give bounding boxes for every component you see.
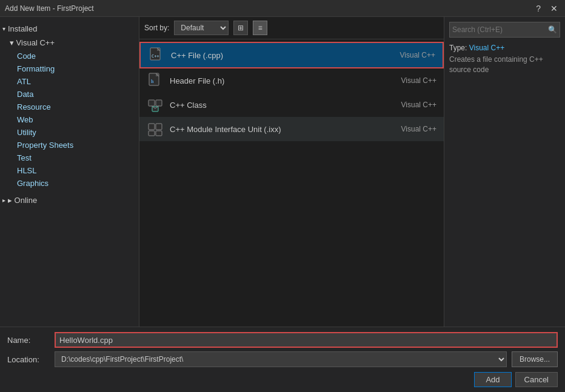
module-file-name: C++ Module Interface Unit (.ixx)	[170, 125, 382, 134]
svg-rect-9	[156, 100, 162, 106]
tree-item-property-sheets[interactable]: Property Sheets	[0, 139, 139, 151]
add-button[interactable]: Add	[474, 372, 511, 387]
module-file-icon	[147, 121, 164, 138]
name-input[interactable]	[55, 332, 558, 348]
file-list: C++ C++ File (.cpp) Visual C++ h	[139, 39, 444, 327]
file-item-module[interactable]: C++ Module Interface Unit (.ixx) Visual …	[139, 117, 444, 141]
file-item-header[interactable]: h Header File (.h) Visual C++	[139, 68, 444, 93]
location-row: Location: D:\codes\cpp\FirstProject\Firs…	[7, 351, 558, 367]
right-panel: 🔍 Type: Visual C++ Creates a file contai…	[444, 17, 565, 327]
visual-cpp-label: ▾ Visual C++	[10, 38, 55, 47]
tree-item-test[interactable]: Test	[0, 151, 139, 164]
bottom-bar: Name: Location: D:\codes\cpp\FirstProjec…	[0, 327, 565, 392]
class-file-type: Visual C++	[388, 101, 436, 109]
tree-item-utility[interactable]: Utility	[0, 126, 139, 139]
cpp-file-name: C++ File (.cpp)	[171, 51, 381, 60]
tree-item-data[interactable]: Data	[0, 88, 139, 101]
installed-arrow: ▾	[2, 25, 5, 32]
svg-rect-8	[149, 100, 155, 106]
search-icon: 🔍	[548, 25, 557, 34]
cancel-button[interactable]: Cancel	[515, 372, 558, 387]
help-button[interactable]: ?	[533, 4, 543, 13]
dialog-buttons: Add Cancel	[7, 372, 558, 387]
file-item-cpp[interactable]: C++ C++ File (.cpp) Visual C++	[139, 42, 444, 68]
search-box[interactable]: 🔍	[449, 22, 560, 38]
dialog-body: ▾ Installed ▾ Visual C++ Code Formatting…	[0, 17, 565, 392]
online-root[interactable]: ▸ ▸ Online	[0, 193, 139, 207]
class-file-icon	[147, 96, 164, 113]
svg-rect-13	[149, 124, 155, 130]
svg-rect-15	[149, 131, 155, 136]
browse-button[interactable]: Browse...	[512, 351, 558, 367]
grid-view-button[interactable]: ⊞	[233, 21, 248, 35]
cpp-file-type: Visual C++	[387, 51, 435, 59]
tree-item-graphics[interactable]: Graphics	[0, 177, 139, 190]
location-select[interactable]: D:\codes\cpp\FirstProject\FirstProject\	[55, 351, 507, 367]
tree-item-resource[interactable]: Resource	[0, 101, 139, 113]
toolbar-row: Sort by: Default ⊞ ≡	[139, 17, 444, 39]
header-file-icon: h	[147, 72, 164, 89]
cpp-file-icon: C++	[148, 47, 165, 64]
svg-text:C++: C++	[152, 54, 159, 59]
module-file-type: Visual C++	[388, 125, 436, 133]
grid-view-icon: ⊞	[238, 24, 244, 32]
type-label: Type: Visual C++	[449, 44, 560, 52]
online-arrow: ▸	[2, 197, 5, 204]
sort-by-select[interactable]: Default	[174, 21, 229, 35]
list-view-button[interactable]: ≡	[253, 21, 267, 35]
svg-text:h: h	[151, 79, 154, 84]
name-row: Name:	[7, 332, 558, 348]
file-item-class[interactable]: C++ Class Visual C++	[139, 93, 444, 117]
svg-rect-16	[156, 131, 162, 136]
tree-item-formatting[interactable]: Formatting	[0, 62, 139, 75]
header-file-type: Visual C++	[388, 76, 436, 85]
visual-cpp-root[interactable]: ▾ Visual C++	[0, 36, 139, 50]
online-label: ▸ Online	[8, 196, 37, 205]
name-label: Name:	[7, 336, 50, 345]
dialog-content: ▾ Installed ▾ Visual C++ Code Formatting…	[0, 17, 565, 327]
close-button[interactable]: ✕	[548, 4, 560, 13]
left-panel: ▾ Installed ▾ Visual C++ Code Formatting…	[0, 17, 139, 327]
center-panel: Sort by: Default ⊞ ≡	[139, 17, 444, 327]
type-value: Visual C++	[469, 44, 504, 52]
list-view-icon: ≡	[258, 24, 262, 32]
svg-rect-14	[156, 124, 162, 130]
installed-root[interactable]: ▾ Installed	[0, 22, 139, 36]
tree-item-web[interactable]: Web	[0, 113, 139, 126]
search-input[interactable]	[452, 25, 548, 34]
dialog-title: Add New Item - FirstProject	[5, 4, 94, 13]
type-description: Creates a file containing C++ source cod…	[449, 55, 560, 75]
sort-by-label: Sort by:	[144, 24, 169, 32]
tree-item-code[interactable]: Code	[0, 50, 139, 62]
tree-item-atl[interactable]: ATL	[0, 75, 139, 88]
title-bar: Add New Item - FirstProject ? ✕	[0, 0, 565, 17]
class-file-name: C++ Class	[170, 101, 382, 110]
installed-label: Installed	[8, 24, 37, 33]
title-bar-controls: ? ✕	[533, 4, 560, 13]
location-label: Location:	[7, 355, 50, 364]
header-file-name: Header File (.h)	[170, 76, 382, 85]
tree-item-hlsl[interactable]: HLSL	[0, 164, 139, 177]
